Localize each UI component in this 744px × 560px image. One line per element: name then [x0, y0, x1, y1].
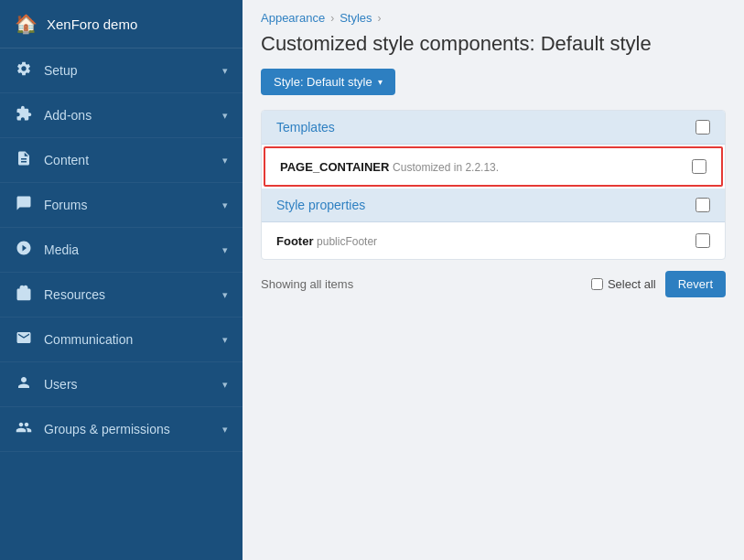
page-container-row[interactable]: PAGE_CONTAINER Customized in 2.2.13.	[264, 146, 723, 187]
footer-actions: Select all Revert	[591, 271, 726, 297]
footer-label: Footer publicFooter	[276, 234, 377, 248]
sidebar: 🏠 XenForo demo Setup ▾ Add-ons ▾ C	[0, 0, 243, 560]
sidebar-item-media[interactable]: Media ▾	[0, 228, 243, 273]
chevron-down-icon-users: ▾	[222, 379, 228, 391]
style-selector-container: Style: Default style ▾	[261, 69, 726, 95]
communication-icon	[15, 329, 33, 350]
content-area: Templates PAGE_CONTAINER Customized in 2…	[261, 110, 726, 260]
style-properties-checkbox[interactable]	[695, 198, 710, 212]
select-all-checkbox[interactable]	[591, 278, 603, 290]
showing-items-text: Showing all items	[261, 277, 353, 291]
chevron-down-icon-media: ▾	[222, 244, 228, 256]
breadcrumb-sep-2: ›	[378, 12, 382, 25]
sidebar-item-groups[interactable]: Groups & permissions ▾	[0, 407, 243, 452]
media-icon	[15, 240, 33, 260]
footer-muted: publicFooter	[317, 235, 377, 248]
page-title: Customized style components: Default sty…	[243, 28, 744, 69]
app-title: XenForo demo	[47, 16, 137, 32]
dropdown-caret-icon: ▾	[378, 77, 383, 87]
sidebar-label-setup: Setup	[44, 63, 78, 78]
sidebar-label-media: Media	[44, 242, 79, 257]
sidebar-label-communication: Communication	[44, 332, 133, 347]
users-icon	[15, 374, 33, 394]
chevron-down-icon-addons: ▾	[222, 110, 228, 122]
breadcrumb: Appearance › Styles ›	[243, 0, 744, 28]
sidebar-item-forums[interactable]: Forums ▾	[0, 183, 243, 228]
chevron-down-icon-comm: ▾	[222, 334, 228, 346]
chevron-down-icon-groups: ▾	[222, 424, 228, 436]
page-container-name: PAGE_CONTAINER	[280, 160, 389, 174]
sidebar-label-resources: Resources	[44, 287, 105, 302]
sidebar-item-users[interactable]: Users ▾	[0, 362, 243, 407]
sidebar-item-communication[interactable]: Communication ▾	[0, 318, 243, 362]
chevron-down-icon: ▾	[222, 65, 228, 77]
style-dropdown-label: Style: Default style	[274, 75, 372, 89]
sidebar-item-content[interactable]: Content ▾	[0, 138, 243, 183]
home-icon: 🏠	[15, 13, 38, 35]
footer-name: Footer	[276, 234, 313, 248]
chevron-down-icon-forums: ▾	[222, 199, 228, 211]
breadcrumb-sep-1: ›	[330, 12, 334, 25]
breadcrumb-appearance[interactable]: Appearance	[261, 11, 325, 25]
sidebar-label-groups: Groups & permissions	[44, 422, 170, 436]
breadcrumb-styles[interactable]: Styles	[340, 11, 372, 25]
style-dropdown-button[interactable]: Style: Default style ▾	[261, 69, 395, 95]
footer-checkbox[interactable]	[695, 233, 710, 248]
addons-icon	[15, 105, 33, 125]
templates-section-checkbox[interactable]	[695, 120, 710, 135]
content-icon	[15, 150, 33, 170]
style-properties-title: Style properties	[276, 198, 365, 212]
setup-icon	[15, 60, 33, 81]
templates-section-title: Templates	[276, 120, 335, 135]
sidebar-label-addons: Add-ons	[44, 108, 92, 123]
sidebar-label-forums: Forums	[44, 198, 87, 212]
footer-bar: Showing all items Select all Revert	[261, 271, 726, 297]
footer-row[interactable]: Footer publicFooter	[262, 222, 725, 259]
revert-button[interactable]: Revert	[665, 271, 726, 297]
page-container-muted: Customized in 2.2.13.	[393, 161, 499, 174]
select-all-label[interactable]: Select all	[591, 277, 656, 291]
forums-icon	[15, 195, 33, 215]
page-container-checkbox[interactable]	[692, 159, 706, 174]
sidebar-header[interactable]: 🏠 XenForo demo	[0, 0, 243, 48]
style-properties-section-header: Style properties	[262, 188, 725, 222]
sidebar-label-content: Content	[44, 153, 89, 167]
groups-icon	[15, 419, 33, 439]
sidebar-item-addons[interactable]: Add-ons ▾	[0, 93, 243, 138]
sidebar-item-setup[interactable]: Setup ▾	[0, 48, 243, 93]
page-container-label: PAGE_CONTAINER Customized in 2.2.13.	[280, 160, 499, 174]
resources-icon	[15, 285, 33, 305]
templates-section-header: Templates	[262, 111, 725, 145]
chevron-down-icon-resources: ▾	[222, 289, 228, 301]
sidebar-label-users: Users	[44, 377, 78, 392]
sidebar-item-resources[interactable]: Resources ▾	[0, 273, 243, 318]
chevron-down-icon-content: ▾	[222, 155, 228, 167]
main-content: Appearance › Styles › Customized style c…	[243, 0, 744, 560]
